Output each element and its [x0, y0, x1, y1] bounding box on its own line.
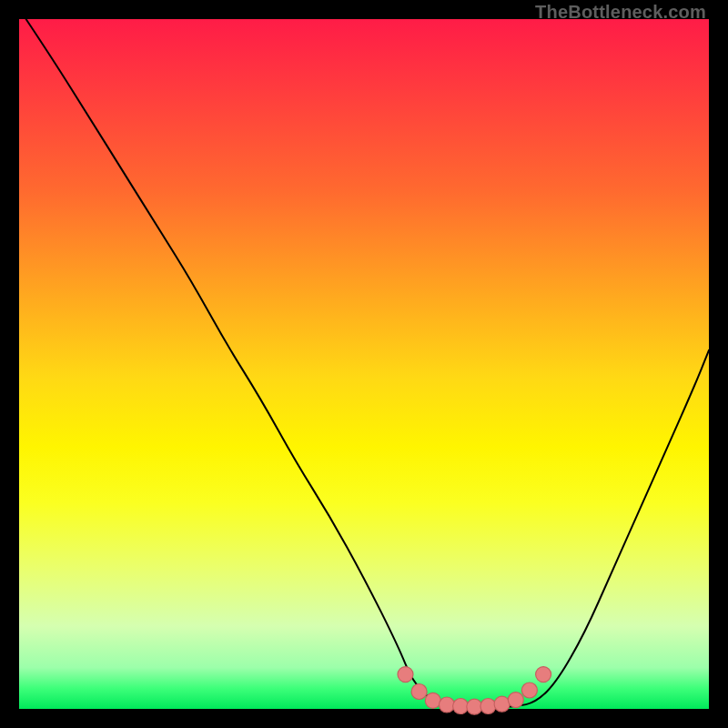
- highlight-point: [440, 697, 455, 713]
- highlight-point: [453, 699, 469, 714]
- bottleneck-curve: [26, 19, 709, 708]
- chart-frame: TheBottleneck.com: [0, 0, 728, 728]
- highlight-point: [494, 696, 510, 712]
- curve-layer: [19, 19, 709, 709]
- highlight-point: [480, 699, 496, 714]
- highlight-point: [521, 682, 537, 698]
- plot-area: [19, 19, 709, 709]
- highlight-point: [398, 667, 413, 682]
- highlight-markers: [398, 667, 551, 715]
- watermark-text: TheBottleneck.com: [535, 2, 706, 23]
- highlight-point: [411, 684, 427, 700]
- highlight-point: [467, 699, 482, 714]
- highlight-point: [508, 693, 523, 708]
- highlight-point: [536, 667, 551, 682]
- highlight-point: [425, 693, 440, 708]
